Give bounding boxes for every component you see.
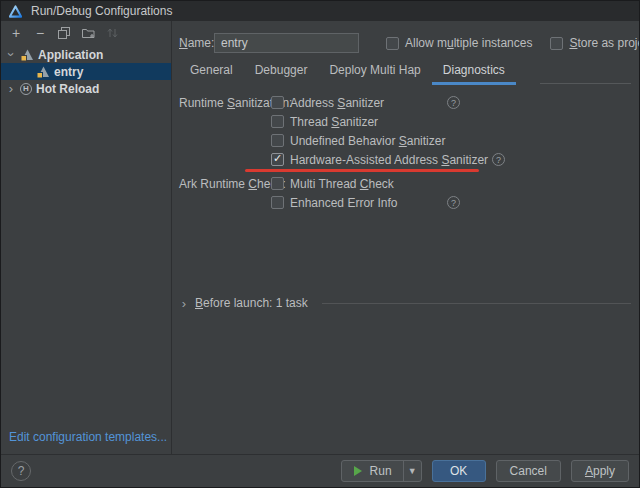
ok-button[interactable]: OK — [432, 460, 486, 482]
ark-runtime-check-row: Ark Runtime Check: Multi Thread Check E — [179, 174, 631, 212]
deveco-logo-icon — [9, 5, 22, 18]
tab-general[interactable]: General — [179, 59, 244, 85]
store-as-project-file-checkbox[interactable]: Store as project file — [550, 36, 640, 50]
new-folder-button[interactable] — [81, 26, 95, 40]
name-input[interactable] — [214, 33, 359, 53]
help-icon[interactable]: ? — [447, 196, 460, 209]
address-sanitizer-label: Address Sanitizer — [290, 96, 384, 110]
before-launch-toggle[interactable]: › Before launch: 1 task — [179, 296, 631, 310]
tab-debugger[interactable]: Debugger — [244, 59, 319, 85]
add-configuration-button[interactable]: + — [9, 26, 23, 40]
runtime-sanitization-row: Runtime Sanitization: Address Sanitizer … — [179, 93, 631, 169]
configurations-tree: › Application entry › H Hot Reload — [1, 46, 171, 97]
tree-item-entry[interactable]: entry — [1, 63, 171, 80]
thread-sanitizer-row: Thread Sanitizer — [271, 112, 505, 131]
sort-configurations-button[interactable] — [105, 26, 119, 40]
configuration-tabs: General Debugger Deploy Multi Hap Diagno… — [179, 59, 631, 85]
hardware-assisted-address-sanitizer-checkbox[interactable]: Hardware-Assisted Address Sanitizer — [271, 153, 488, 167]
sidebar-spacer — [1, 97, 171, 430]
undefined-behavior-sanitizer-checkbox[interactable]: Undefined Behavior Sanitizer — [271, 134, 445, 148]
run-debug-configurations-dialog: Run/Debug Configurations + − › — [0, 0, 640, 488]
application-module-icon — [20, 48, 34, 62]
configurations-sidebar: + − › Application — [1, 21, 172, 454]
help-icon[interactable]: ? — [492, 153, 505, 166]
multi-thread-check-label: Multi Thread Check — [290, 177, 394, 191]
tab-rule — [540, 83, 631, 84]
tab-diagnostics[interactable]: Diagnostics — [432, 59, 516, 85]
run-split-button: Run ▼ — [341, 460, 422, 482]
runtime-sanitization-label: Runtime Sanitization: — [179, 93, 271, 169]
thread-sanitizer-label: Thread Sanitizer — [290, 115, 378, 129]
application-module-icon — [36, 65, 50, 79]
chevron-right-icon[interactable]: › — [6, 82, 16, 95]
tree-item-label: Application — [38, 48, 103, 62]
dialog-footer: ? Run ▼ OK Cancel Apply — [1, 454, 639, 487]
ark-check-options: Multi Thread Check Enhanced Error Info ? — [271, 174, 460, 212]
diagnostics-form: Runtime Sanitization: Address Sanitizer … — [179, 93, 631, 212]
checkbox[interactable] — [271, 134, 284, 147]
chevron-right-icon[interactable]: › — [179, 297, 189, 310]
annotation-underline — [245, 169, 479, 172]
chevron-down-icon[interactable]: › — [5, 50, 18, 60]
configuration-editor: Name: Allow multiple instances Store as … — [172, 21, 639, 454]
address-sanitizer-row: Address Sanitizer ? — [271, 93, 505, 112]
multi-thread-check-checkbox[interactable]: Multi Thread Check — [271, 177, 443, 191]
title-bar: Run/Debug Configurations — [1, 1, 639, 21]
tree-item-label: Hot Reload — [36, 82, 99, 96]
checkbox[interactable] — [271, 96, 284, 109]
checkbox[interactable] — [386, 37, 399, 50]
ark-runtime-check-label: Ark Runtime Check: — [179, 174, 271, 212]
remove-configuration-button[interactable]: − — [33, 26, 47, 40]
checkbox[interactable] — [271, 196, 284, 209]
sanitizer-options: Address Sanitizer ? Thread Sanitizer — [271, 93, 505, 169]
tree-item-label: entry — [54, 65, 83, 79]
dialog-content: + − › Application — [1, 21, 639, 454]
sidebar-toolbar: + − — [1, 21, 171, 43]
run-button[interactable]: Run — [342, 461, 403, 481]
before-launch-divider — [322, 303, 631, 304]
play-icon — [353, 466, 363, 476]
hardware-assisted-address-sanitizer-row: Hardware-Assisted Address Sanitizer ? — [271, 150, 505, 169]
tree-item-hot-reload[interactable]: › H Hot Reload — [1, 80, 171, 97]
multi-thread-check-row: Multi Thread Check — [271, 174, 460, 193]
address-sanitizer-checkbox[interactable]: Address Sanitizer — [271, 96, 443, 110]
thread-sanitizer-checkbox[interactable]: Thread Sanitizer — [271, 115, 443, 129]
edit-configuration-templates-link[interactable]: Edit configuration templates... — [1, 430, 171, 454]
dropdown-arrow-icon: ▼ — [408, 466, 417, 476]
name-label: Name: — [179, 36, 214, 50]
hardware-assisted-address-sanitizer-label: Hardware-Assisted Address Sanitizer — [290, 153, 488, 167]
checkbox[interactable] — [550, 37, 563, 50]
copy-configuration-button[interactable] — [57, 26, 71, 40]
help-icon[interactable]: ? — [447, 96, 460, 109]
enhanced-error-info-label: Enhanced Error Info — [290, 196, 397, 210]
hot-reload-icon: H — [20, 83, 32, 95]
undefined-behavior-sanitizer-label: Undefined Behavior Sanitizer — [290, 134, 445, 148]
run-dropdown-button[interactable]: ▼ — [403, 461, 421, 481]
run-button-label: Run — [370, 464, 392, 478]
tree-item-application[interactable]: › Application — [1, 46, 171, 63]
checkbox[interactable] — [271, 115, 284, 128]
help-button[interactable]: ? — [11, 461, 31, 481]
before-launch-label: Before launch: 1 task — [195, 296, 308, 310]
cancel-button[interactable]: Cancel — [496, 460, 561, 482]
name-row: Name: Allow multiple instances Store as … — [179, 33, 631, 53]
store-as-project-file-label: Store as project file — [569, 36, 640, 50]
window-title: Run/Debug Configurations — [31, 4, 172, 18]
allow-multiple-instances-checkbox[interactable]: Allow multiple instances — [386, 36, 532, 50]
undefined-behavior-sanitizer-row: Undefined Behavior Sanitizer — [271, 131, 505, 150]
allow-multiple-instances-label: Allow multiple instances — [405, 36, 532, 50]
enhanced-error-info-row: Enhanced Error Info ? — [271, 193, 460, 212]
apply-button[interactable]: Apply — [571, 460, 629, 482]
enhanced-error-info-checkbox[interactable]: Enhanced Error Info — [271, 196, 443, 210]
tab-deploy-multi-hap[interactable]: Deploy Multi Hap — [318, 59, 431, 85]
checkbox[interactable] — [271, 153, 284, 166]
checkbox[interactable] — [271, 177, 284, 190]
